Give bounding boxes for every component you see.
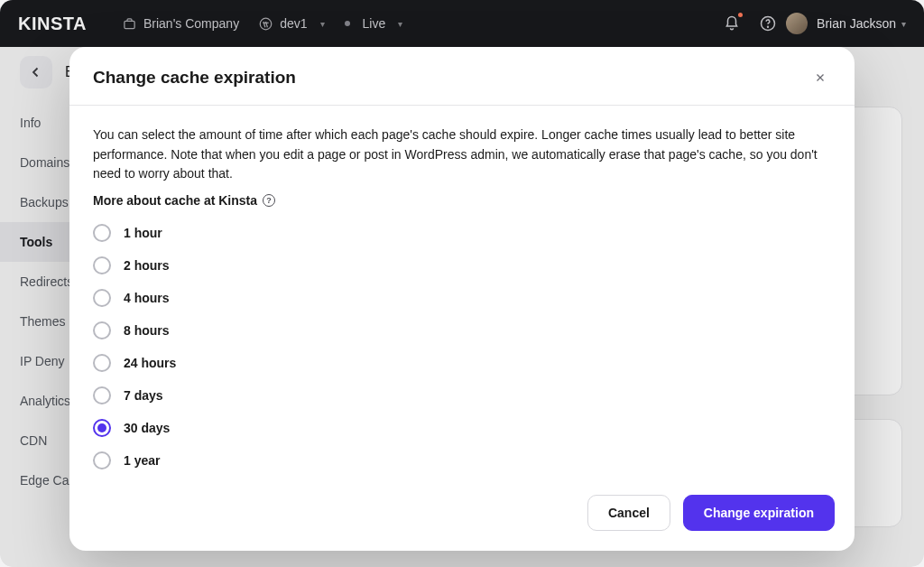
cancel-button[interactable]: Cancel (587, 495, 670, 531)
radio-icon (93, 386, 111, 404)
expiration-option[interactable]: 4 hours (93, 289, 831, 307)
expiration-option[interactable]: 30 days (93, 419, 831, 437)
cache-expiration-modal: Change cache expiration You can select t… (69, 47, 855, 551)
option-label: 1 hour (124, 226, 162, 240)
radio-icon (93, 451, 111, 469)
submit-label: Change expiration (704, 506, 814, 520)
modal-header: Change cache expiration (69, 47, 855, 106)
option-label: 7 days (124, 388, 163, 403)
radio-icon (93, 224, 111, 242)
help-icon: ? (263, 194, 275, 207)
learn-more-link[interactable]: More about cache at Kinsta ? (93, 193, 831, 208)
close-button[interactable] (809, 67, 831, 88)
learn-more-label: More about cache at Kinsta (93, 193, 257, 208)
expiration-option[interactable]: 1 year (93, 451, 831, 469)
cancel-label: Cancel (608, 506, 650, 520)
option-label: 30 days (124, 421, 170, 435)
expiration-option[interactable]: 2 hours (93, 256, 831, 274)
modal-title: Change cache expiration (93, 68, 296, 88)
option-label: 2 hours (124, 258, 170, 273)
submit-button[interactable]: Change expiration (683, 495, 835, 531)
modal-body: You can select the amount of time after … (69, 106, 855, 479)
option-label: 4 hours (124, 291, 170, 305)
modal-overlay[interactable]: Change cache expiration You can select t… (0, 0, 924, 567)
option-label: 8 hours (124, 323, 170, 338)
option-label: 24 hours (124, 356, 176, 370)
radio-icon (93, 289, 111, 307)
radio-icon (93, 256, 111, 274)
radio-icon (93, 354, 111, 372)
option-label: 1 year (124, 453, 160, 468)
expiration-option[interactable]: 8 hours (93, 321, 831, 339)
radio-icon (93, 419, 111, 437)
expiration-options: 1 hour2 hours4 hours8 hours24 hours7 day… (93, 224, 831, 469)
radio-icon (93, 321, 111, 339)
expiration-option[interactable]: 24 hours (93, 354, 831, 372)
modal-description: You can select the amount of time after … (93, 125, 831, 184)
expiration-option[interactable]: 1 hour (93, 224, 831, 242)
expiration-option[interactable]: 7 days (93, 386, 831, 404)
modal-footer: Cancel Change expiration (69, 479, 855, 551)
